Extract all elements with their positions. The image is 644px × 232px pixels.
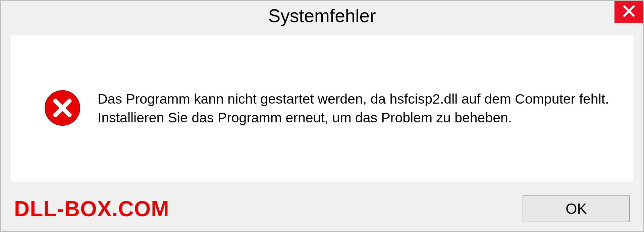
close-button[interactable] — [614, 1, 643, 23]
error-dialog: Systemfehler Das Programm kann nicht ges… — [0, 0, 644, 232]
dialog-footer: DLL-BOX.COM OK — [1, 186, 643, 231]
titlebar: Systemfehler — [1, 1, 643, 31]
content-panel: Das Programm kann nicht gestartet werden… — [10, 35, 634, 182]
error-message: Das Programm kann nicht gestartet werden… — [98, 90, 613, 127]
close-icon — [622, 4, 636, 19]
dialog-title: Systemfehler — [268, 5, 376, 26]
error-icon — [44, 90, 81, 128]
ok-button[interactable]: OK — [523, 195, 630, 222]
watermark-text: DLL-BOX.COM — [14, 196, 169, 221]
